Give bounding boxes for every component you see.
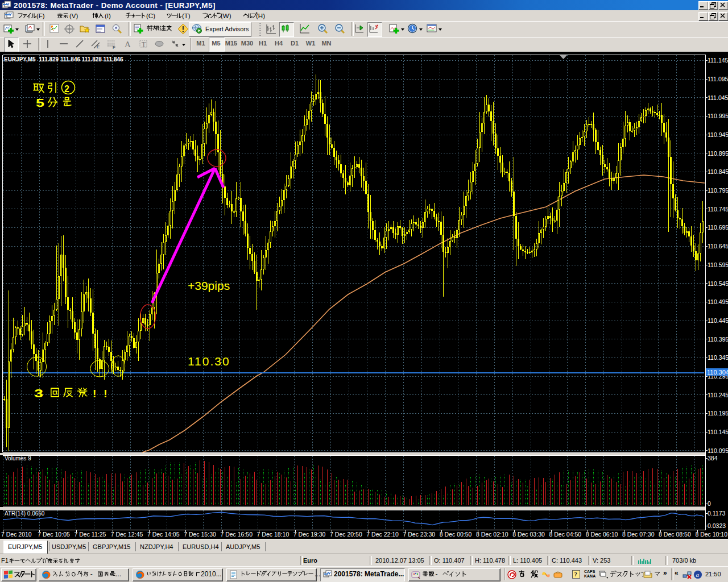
svg-text:110.495: 110.495 bbox=[708, 298, 728, 305]
svg-text:7 Dec 18:10: 7 Dec 18:10 bbox=[257, 531, 289, 538]
svg-text:ATR(14) 0.0650: ATR(14) 0.0650 bbox=[5, 510, 45, 517]
svg-text:8 Dec 06:10: 8 Dec 06:10 bbox=[586, 531, 618, 538]
svg-text:111.045: 111.045 bbox=[708, 94, 728, 101]
svg-text:7 Dec 19:30: 7 Dec 19:30 bbox=[293, 531, 326, 538]
svg-text:a: a bbox=[696, 571, 700, 578]
svg-text:?: ? bbox=[574, 571, 578, 577]
svg-text:5: 5 bbox=[36, 96, 44, 109]
svg-text:110.845: 110.845 bbox=[708, 168, 728, 175]
svg-text:0.1173: 0.1173 bbox=[708, 510, 725, 517]
svg-text:110.795: 110.795 bbox=[708, 187, 728, 194]
svg-text:(C): (C) bbox=[146, 13, 155, 19]
svg-text:110.995: 110.995 bbox=[708, 113, 728, 119]
svg-text:(H): (H) bbox=[256, 13, 265, 19]
svg-text:111.095: 111.095 bbox=[708, 76, 728, 82]
svg-text:3: 3 bbox=[34, 386, 43, 400]
svg-text:(F): (F) bbox=[36, 13, 45, 19]
svg-text:7 Dec 12:45: 7 Dec 12:45 bbox=[111, 531, 143, 538]
svg-text:7 Dec 15:30: 7 Dec 15:30 bbox=[184, 531, 216, 538]
svg-text:7 Dec 2010: 7 Dec 2010 bbox=[1, 531, 32, 538]
svg-text:8 Dec 03:30: 8 Dec 03:30 bbox=[512, 531, 545, 538]
svg-text:8 Dec 00:50: 8 Dec 00:50 bbox=[440, 531, 472, 538]
svg-text:F1: F1 bbox=[1, 557, 9, 564]
svg-text:F: F bbox=[113, 45, 115, 50]
svg-text:110.645: 110.645 bbox=[708, 243, 728, 250]
svg-text:Volumes 9: Volumes 9 bbox=[5, 455, 31, 462]
svg-text:110.695: 110.695 bbox=[708, 224, 728, 231]
svg-text:8 Dec 04:50: 8 Dec 04:50 bbox=[549, 531, 582, 538]
svg-text:7 Dec 22:10: 7 Dec 22:10 bbox=[366, 531, 399, 538]
svg-text:110.345: 110.345 bbox=[708, 354, 728, 361]
svg-text:7 Dec 16:50: 7 Dec 16:50 bbox=[220, 531, 253, 538]
svg-text:110.245: 110.245 bbox=[708, 392, 728, 398]
svg-text:EURJPY,M5 111.829 111.846 111: EURJPY,M5 111.829 111.846 111.828 111.84… bbox=[4, 56, 123, 63]
svg-text:!!: !! bbox=[93, 388, 115, 400]
svg-text:7 Dec 10:05: 7 Dec 10:05 bbox=[38, 531, 70, 538]
svg-text:7 Dec 20:50: 7 Dec 20:50 bbox=[330, 531, 362, 538]
svg-text:(I): (I) bbox=[105, 13, 111, 19]
svg-text:110.145: 110.145 bbox=[708, 429, 728, 435]
svg-text:A: A bbox=[125, 40, 131, 49]
svg-text:111.145: 111.145 bbox=[708, 57, 728, 64]
svg-text:110.30: 110.30 bbox=[188, 355, 230, 368]
svg-text:T: T bbox=[142, 40, 146, 48]
svg-text:110.095: 110.095 bbox=[708, 447, 728, 454]
svg-text:7 Dec 23:30: 7 Dec 23:30 bbox=[403, 531, 436, 538]
svg-text:110.445: 110.445 bbox=[708, 317, 728, 324]
svg-text:110.895: 110.895 bbox=[708, 150, 728, 157]
svg-text:110.304: 110.304 bbox=[707, 369, 728, 376]
svg-text:8 Dec 10:10: 8 Dec 10:10 bbox=[695, 531, 727, 538]
svg-text:(V): (V) bbox=[69, 13, 78, 19]
svg-text:0: 0 bbox=[708, 500, 711, 507]
svg-text:(W): (W) bbox=[221, 13, 231, 19]
svg-text:2: 2 bbox=[64, 84, 69, 94]
svg-text:8 Dec 02:10: 8 Dec 02:10 bbox=[476, 531, 508, 538]
svg-text:110.395: 110.395 bbox=[708, 336, 728, 343]
svg-text:110.545: 110.545 bbox=[708, 280, 728, 287]
svg-text:+39pips: +39pips bbox=[188, 279, 230, 292]
svg-text:384: 384 bbox=[708, 455, 718, 462]
svg-text:(T): (T) bbox=[182, 13, 191, 19]
svg-text:8 Dec 08:50: 8 Dec 08:50 bbox=[659, 531, 691, 538]
svg-text:7 Dec 14:05: 7 Dec 14:05 bbox=[147, 531, 180, 538]
svg-text:110.745: 110.745 bbox=[708, 206, 728, 213]
svg-text:8 Dec 07:30: 8 Dec 07:30 bbox=[622, 531, 655, 538]
svg-text:7 Dec 11:25: 7 Dec 11:25 bbox=[75, 531, 106, 538]
svg-text:110.945: 110.945 bbox=[708, 131, 728, 138]
svg-text:E: E bbox=[97, 44, 100, 49]
svg-text:0.0323: 0.0323 bbox=[708, 522, 726, 529]
svg-text:110.595: 110.595 bbox=[708, 261, 728, 268]
svg-text:110.195: 110.195 bbox=[708, 410, 728, 417]
